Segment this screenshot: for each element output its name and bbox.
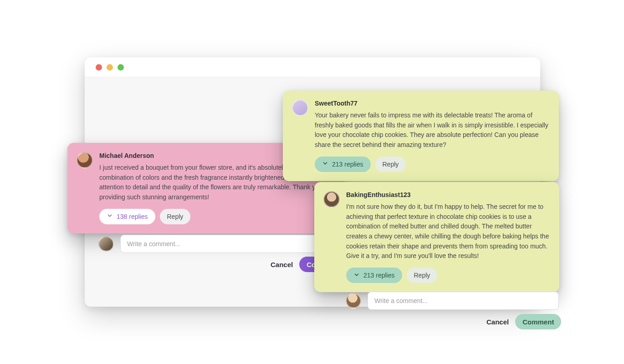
avatar — [98, 236, 114, 252]
reply-button[interactable]: Reply — [375, 157, 406, 172]
reply-button[interactable]: Reply — [407, 268, 438, 283]
replies-toggle[interactable]: 138 replies — [99, 209, 155, 224]
cancel-button[interactable]: Cancel — [271, 261, 293, 268]
avatar — [346, 293, 361, 308]
avatar — [292, 100, 308, 116]
comment-author: SweetTooth77 — [315, 100, 549, 107]
comment-author: BakingEnthusiast123 — [346, 191, 549, 198]
comment-body: Your bakery never fails to impress me wi… — [315, 111, 549, 150]
window-titlebar — [85, 57, 540, 77]
window-zoom-dot[interactable] — [118, 64, 124, 71]
replies-count: 213 replies — [363, 272, 395, 279]
comment-card-yellow: SweetTooth77 Your bakery never fails to … — [283, 91, 559, 181]
reply-button[interactable]: Reply — [160, 209, 191, 224]
comment-body: I'm not sure how they do it, but I'm hap… — [346, 202, 549, 261]
chevron-down-icon — [107, 212, 113, 220]
chevron-down-icon — [322, 160, 328, 168]
window-minimize-dot[interactable] — [107, 64, 113, 71]
comment-input[interactable] — [368, 292, 559, 310]
comment-button[interactable]: Comment — [515, 314, 561, 329]
cancel-button[interactable]: Cancel — [486, 318, 509, 326]
replies-toggle[interactable]: 213 replies — [315, 157, 371, 172]
comment-card-yellow-reply: BakingEnthusiast123 I'm not sure how the… — [314, 182, 559, 292]
avatar — [323, 191, 340, 207]
composer-buttons: Cancel Comment — [486, 314, 561, 329]
replies-count: 213 replies — [332, 161, 363, 168]
avatar — [77, 152, 93, 168]
chevron-down-icon — [353, 272, 360, 279]
replies-count: 138 replies — [117, 213, 148, 220]
comment-composer — [346, 292, 559, 310]
comment-input[interactable] — [120, 235, 346, 253]
comment-composer — [98, 235, 346, 253]
replies-toggle[interactable]: 213 replies — [346, 268, 402, 283]
window-close-dot[interactable] — [96, 64, 102, 71]
